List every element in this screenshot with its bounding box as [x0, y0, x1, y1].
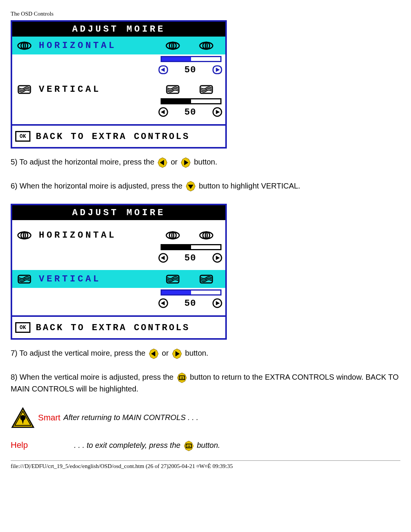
smart-label: Smart [38, 413, 61, 423]
hmoire-icon [14, 230, 34, 240]
slider-vertical[interactable] [161, 98, 221, 104]
value-horizontal: 50 [185, 65, 196, 75]
hmoire-icon [165, 230, 180, 240]
slider-horizontal[interactable] [161, 56, 221, 62]
osd-row-horizontal[interactable]: HORIZONTAL [12, 37, 225, 54]
gold-down-icon [185, 181, 196, 192]
slider-vertical[interactable] [161, 289, 221, 296]
smart-line1: After returning to MAIN CONTROLS . . . [64, 413, 199, 422]
osd-row-vertical[interactable]: VERTICAL [12, 270, 225, 288]
gold-left-icon [157, 157, 168, 168]
row-label-vertical: VERTICAL [39, 84, 156, 94]
slider-row-vertical [12, 97, 225, 105]
warning-icon [11, 407, 35, 429]
vmoire-icon [165, 85, 180, 94]
osd-panel-horizontal: ADJUST MOIRE HORIZONTAL 50 VERTICAL [11, 20, 227, 149]
gold-ok-icon [177, 372, 187, 383]
step-8: 8) When the vertical moire is adjusted, … [11, 371, 400, 395]
hmoire-icon [199, 230, 214, 240]
vmoire-icon [199, 85, 214, 94]
gold-right-icon [172, 348, 182, 359]
ok-icon: OK [15, 131, 30, 142]
footer-path: file:///D|/EDFU/crt_19_5/edoc/english/OS… [11, 463, 400, 470]
help-label: Help [11, 440, 28, 450]
osd-title: ADJUST MOIRE [12, 205, 225, 220]
step-6: 6) When the horizontal moire is adjusted… [11, 180, 400, 192]
osd-panel-vertical: ADJUST MOIRE HORIZONTAL 50 VERTICAL [11, 204, 227, 340]
right-arrow-icon[interactable] [212, 252, 223, 263]
page-header: The OSD Controls [11, 11, 400, 17]
row-label-horizontal: HORIZONTAL [39, 40, 156, 51]
left-arrow-icon[interactable] [158, 64, 169, 75]
arrow-row-horizontal: 50 [12, 63, 225, 82]
gold-ok-icon [183, 441, 194, 451]
value-horizontal: 50 [185, 253, 196, 263]
back-label: BACK TO EXTRA CONTROLS [36, 131, 190, 142]
hmoire-icon [199, 41, 214, 51]
arrow-row-vertical: 50 [12, 296, 225, 315]
slider-row-horizontal [12, 54, 225, 63]
right-arrow-icon[interactable] [212, 107, 223, 117]
help-row: Help . . . to exit completely, press the… [11, 440, 400, 451]
vmoire-icon [199, 274, 214, 284]
smart-help-block: Smart After returning to MAIN CONTROLS .… [11, 407, 400, 429]
step-7: 7) To adjust the vertical moire, press t… [11, 347, 400, 359]
osd-row-vertical[interactable]: VERTICAL [12, 82, 225, 97]
left-arrow-icon[interactable] [158, 107, 169, 117]
ok-icon: OK [15, 322, 30, 333]
osd-title: ADJUST MOIRE [12, 22, 225, 37]
right-arrow-icon[interactable] [212, 64, 223, 75]
divider [11, 460, 400, 461]
hmoire-icon [165, 41, 180, 51]
value-vertical: 50 [185, 107, 196, 117]
gold-left-icon [148, 348, 159, 359]
right-arrow-icon[interactable] [212, 298, 223, 308]
value-vertical: 50 [185, 298, 196, 308]
vmoire-icon [165, 274, 180, 284]
back-row[interactable]: OK BACK TO EXTRA CONTROLS [12, 315, 225, 338]
arrow-row-horizontal: 50 [12, 251, 225, 270]
smart-line2a: . . . to exit completely, press the [74, 441, 182, 449]
left-arrow-icon[interactable] [158, 252, 169, 263]
left-arrow-icon[interactable] [158, 298, 169, 308]
gold-right-icon [180, 157, 191, 168]
back-label: BACK TO EXTRA CONTROLS [36, 323, 190, 333]
slider-row-vertical [12, 288, 225, 296]
slider-row-horizontal [12, 243, 225, 251]
slider-horizontal[interactable] [161, 244, 221, 250]
row-label-vertical: VERTICAL [39, 274, 156, 284]
back-row[interactable]: OK BACK TO EXTRA CONTROLS [12, 124, 225, 147]
hmoire-icon [14, 41, 34, 51]
smart-line2b: button. [197, 441, 220, 449]
arrow-row-vertical: 50 [12, 105, 225, 124]
step-5: 5) To adjust the horizontal moire, press… [11, 156, 400, 168]
osd-row-horizontal[interactable]: HORIZONTAL [12, 220, 225, 243]
row-label-horizontal: HORIZONTAL [39, 230, 156, 240]
vmoire-icon [14, 274, 34, 284]
vmoire-icon [14, 85, 34, 94]
